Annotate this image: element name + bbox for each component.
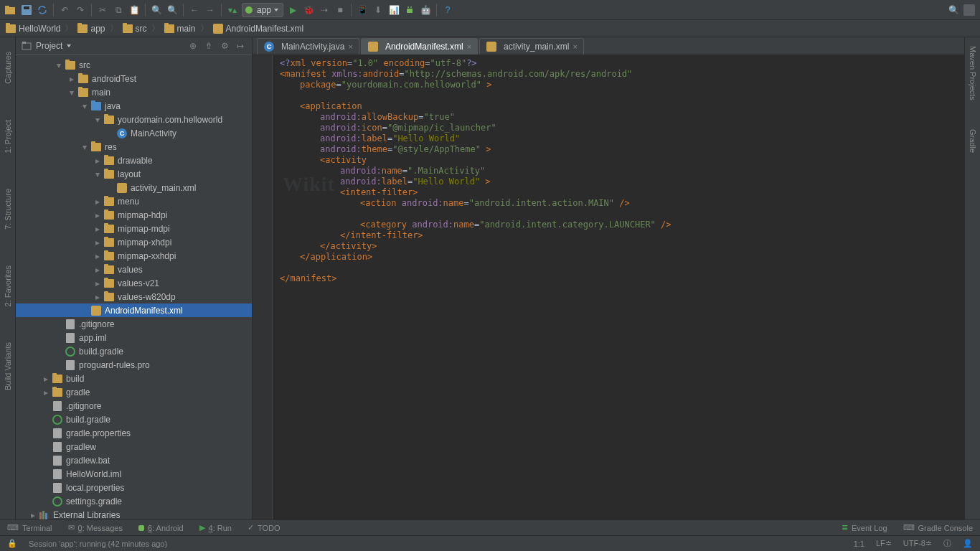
debug-icon[interactable]: 🐞 [302,4,315,17]
tree-node[interactable]: ▾yourdomain.com.helloworld [16,113,252,126]
tree-node[interactable]: .gitignore [16,399,252,413]
breadcrumb-item[interactable]: AndroidManifest.xml [213,24,304,34]
tree-node[interactable]: ▸androidTest [16,72,252,85]
tree-twistie-icon[interactable]: ▾ [80,142,89,152]
left-tool-tab[interactable]: 7: Structure [4,189,12,230]
tree-node[interactable]: ▸mipmap-xxhdpi [16,249,252,263]
copy-icon[interactable]: ⧉ [112,4,125,17]
file-encoding[interactable]: UTF-8≑ [903,539,932,548]
code-line[interactable]: </application> [275,252,964,263]
code-line[interactable]: <category android:name="android.intent.c… [275,220,964,230]
cursor-position[interactable]: 1:1 [854,540,864,548]
code-line[interactable]: <?xml version="1.0" encoding="utf-8"?> [275,58,964,69]
left-tool-tab[interactable]: Build Variants [4,342,12,390]
tree-twistie-icon[interactable]: ▸ [93,278,102,288]
code-line[interactable]: android:label="Hello World" > [275,176,964,187]
tree-node[interactable]: CMainActivity [16,126,252,140]
tree-twistie-icon[interactable]: ▸ [29,510,37,520]
tree-node[interactable]: gradle.properties [16,426,252,440]
code-line[interactable]: <manifest xmlns:android="http://schemas.… [275,69,964,80]
tree-node[interactable]: ▾java [16,99,252,113]
code-line[interactable]: </activity> [275,241,964,252]
left-tool-tab[interactable]: 2: Favorites [4,265,12,306]
code-line[interactable]: android:allowBackup="true" [275,112,964,123]
bottom-tool-tab[interactable]: 6: Android [138,524,184,532]
hide-icon[interactable]: ↦ [235,40,246,52]
cut-icon[interactable]: ✂ [96,4,109,17]
code-line[interactable]: android:label="Hello World" [275,133,964,144]
tree-node[interactable]: ▾res [16,140,252,154]
line-separator[interactable]: LF≑ [876,539,892,548]
code-editor[interactable]: Wikit <?xml version="1.0" encoding="utf-… [253,55,964,519]
help-icon[interactable]: ? [441,4,454,17]
breadcrumb-item[interactable]: app [77,24,105,34]
tree-twistie-icon[interactable]: ▾ [93,115,102,125]
tree-node[interactable]: ▸drawable [16,154,252,167]
sync-icon[interactable] [36,4,49,17]
tree-node[interactable]: ▸values-v21 [16,276,252,290]
tree-node[interactable]: AndroidManifest.xml [16,303,252,317]
bottom-tool-tab[interactable]: ✓TODO [248,523,281,532]
bottom-tool-tab[interactable]: ⌨Terminal [7,523,52,532]
code-line[interactable]: </manifest> [275,273,964,284]
insert-mode-icon[interactable]: ⓘ [943,538,951,549]
code-line[interactable]: <activity [275,155,964,166]
breadcrumb-item[interactable]: HelloWorld [6,24,60,34]
tree-node[interactable]: .gitignore [16,317,252,331]
tree-twistie-icon[interactable]: ▾ [93,169,102,179]
code-line[interactable]: </intent-filter> [275,230,964,241]
tree-node[interactable]: ▸External Libraries [16,508,252,519]
tree-node[interactable]: ▾layout [16,167,252,181]
sdk-icon[interactable]: ⬇ [372,4,385,17]
tree-twistie-icon[interactable]: ▸ [93,197,102,207]
save-icon[interactable] [20,4,33,17]
editor-tab[interactable]: AndroidManifest.xml× [361,38,478,55]
right-tool-tab[interactable]: Maven Projects [969,46,977,100]
tree-node[interactable]: ▸menu [16,194,252,208]
breadcrumb-item[interactable]: src [123,24,147,34]
bottom-tool-tab[interactable]: ✉0: Messages [68,523,123,532]
tree-twistie-icon[interactable]: ▾ [67,88,76,98]
tree-twistie-icon[interactable]: ▸ [42,374,50,384]
tree-node[interactable]: ▸gradle [16,385,252,399]
close-tab-icon[interactable]: × [467,42,471,51]
tree-node[interactable]: ▸values-w820dp [16,290,252,303]
view-mode-chevron-icon[interactable] [67,44,71,47]
close-tab-icon[interactable]: × [348,42,352,51]
tree-node[interactable]: settings.gradle [16,494,252,508]
scroll-from-source-icon[interactable]: ⊕ [187,40,199,52]
tree-node[interactable]: HelloWorld.iml [16,467,252,481]
tree-node[interactable]: ▸values [16,263,252,276]
tree-node[interactable]: ▸mipmap-xhdpi [16,235,252,249]
android-alt-icon[interactable]: 🤖 [419,4,432,17]
tree-twistie-icon[interactable]: ▸ [93,237,102,248]
code-line[interactable]: android:theme="@style/AppTheme" > [275,144,964,155]
lock-icon[interactable]: 🔒 [7,539,17,548]
tree-twistie-icon[interactable]: ▸ [93,210,102,220]
undo-icon[interactable]: ↶ [58,4,71,17]
monitor-icon[interactable]: 📊 [387,4,400,17]
tree-node[interactable]: ▸build [16,372,252,385]
left-tool-tab[interactable]: Captures [4,52,12,84]
tree-node[interactable]: build.gradle [16,413,252,426]
replace-icon[interactable]: 🔍 [166,4,179,17]
tree-twistie-icon[interactable]: ▸ [42,387,50,397]
tree-node[interactable]: activity_main.xml [16,181,252,194]
tree-node[interactable]: ▸mipmap-mdpi [16,222,252,235]
tree-node[interactable]: ▾main [16,85,252,99]
tree-node[interactable]: app.iml [16,331,252,344]
code-line[interactable] [275,209,964,220]
attach-icon[interactable]: ⇢ [318,4,331,17]
code-line[interactable]: <action android:name="android.intent.act… [275,198,964,209]
tree-twistie-icon[interactable]: ▸ [93,224,102,234]
code-line[interactable]: <application [275,101,964,112]
editor-tab[interactable]: CMainActivity.java× [257,38,359,55]
tree-node[interactable]: build.gradle [16,344,252,358]
tree-twistie-icon[interactable]: ▸ [93,265,102,275]
project-tree[interactable]: ▾src▸androidTest▾main▾java▾yourdomain.co… [16,55,252,519]
stop-icon[interactable]: ■ [334,4,347,17]
collapse-all-icon[interactable]: ⇮ [203,40,215,52]
paste-icon[interactable]: 📋 [128,4,141,17]
editor-tab[interactable]: activity_main.xml× [479,38,584,55]
open-icon[interactable] [4,4,17,17]
